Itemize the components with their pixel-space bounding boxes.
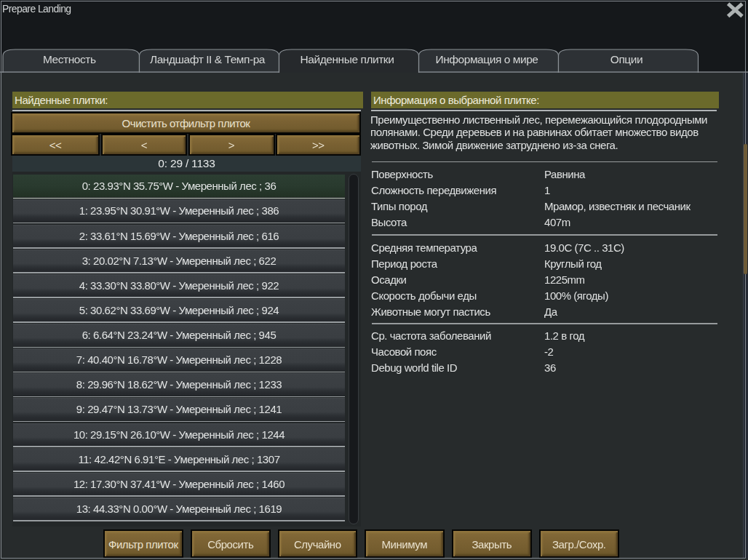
svg-text:Информация о мире: Информация о мире [435, 53, 538, 65]
svg-text:Опции: Опции [610, 53, 642, 65]
svg-text:Местность: Местность [43, 53, 96, 65]
svg-text:Ландшафт II & Темп-ра: Ландшафт II & Темп-ра [150, 53, 266, 65]
svg-text:Найденные плитки: Найденные плитки [301, 53, 394, 65]
